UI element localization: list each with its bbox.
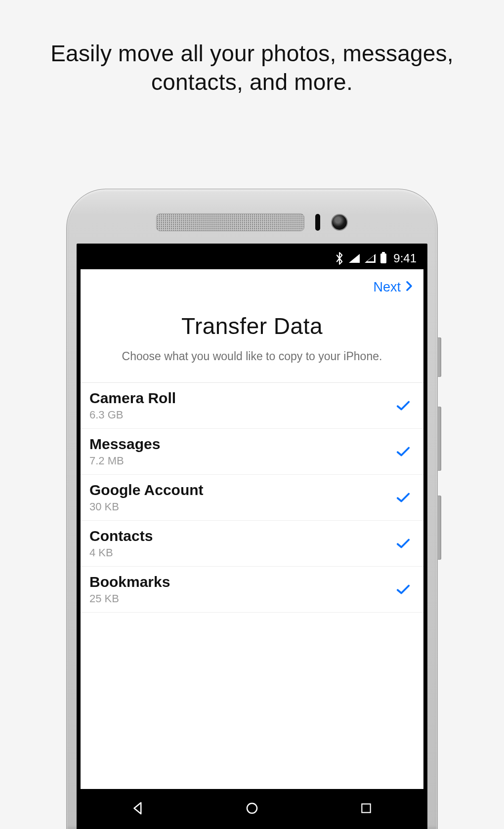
- front-camera-icon: [331, 214, 348, 231]
- check-icon: [396, 492, 411, 503]
- bluetooth-icon: [335, 252, 344, 265]
- chevron-right-icon: [406, 280, 413, 295]
- check-icon: [396, 538, 411, 549]
- svg-rect-1: [362, 804, 371, 812]
- screen: 9:41 Next Transfer Data Choose what you …: [77, 244, 427, 829]
- list-item[interactable]: Google Account 30 KB: [81, 475, 423, 521]
- item-name: Contacts: [89, 528, 153, 544]
- item-name: Google Account: [89, 482, 204, 498]
- top-bar: Next: [81, 269, 423, 305]
- status-bar: 9:41: [81, 248, 423, 269]
- phone-side-button: [437, 407, 441, 471]
- transfer-list: Camera Roll 6.3 GB Messages 7.2 MB: [81, 382, 423, 613]
- app-content: Next Transfer Data Choose what you would…: [81, 269, 423, 789]
- next-button[interactable]: Next: [373, 280, 413, 295]
- phone-earpiece-row: [77, 201, 427, 244]
- phone-side-button: [437, 337, 441, 377]
- check-icon: [396, 400, 411, 412]
- android-nav-bar: [81, 789, 423, 828]
- item-size: 6.3 GB: [89, 409, 176, 421]
- nav-home-button[interactable]: [242, 798, 262, 818]
- list-item[interactable]: Messages 7.2 MB: [81, 429, 423, 475]
- sensor-icon: [315, 214, 320, 231]
- svg-point-0: [247, 803, 257, 813]
- page-title: Transfer Data: [81, 313, 423, 339]
- item-size: 7.2 MB: [89, 455, 160, 467]
- next-label: Next: [373, 280, 401, 295]
- page-subtitle: Choose what you would like to copy to yo…: [81, 339, 423, 382]
- promo-headline: Easily move all your photos, messages, c…: [0, 0, 504, 96]
- item-name: Messages: [89, 436, 160, 453]
- nav-back-button[interactable]: [128, 798, 148, 818]
- item-size: 30 KB: [89, 500, 204, 513]
- item-size: 25 KB: [89, 592, 170, 605]
- phone-mock: 9:41 Next Transfer Data Choose what you …: [66, 189, 438, 829]
- cellular-icon: [365, 254, 376, 263]
- nav-recents-button[interactable]: [356, 798, 376, 818]
- wifi-icon: [349, 254, 360, 263]
- status-time: 9:41: [393, 251, 417, 265]
- item-name: Camera Roll: [89, 390, 176, 407]
- item-size: 4 KB: [89, 546, 153, 559]
- list-item[interactable]: Bookmarks 25 KB: [81, 567, 423, 613]
- check-icon: [396, 446, 411, 457]
- list-item[interactable]: Camera Roll 6.3 GB: [81, 383, 423, 429]
- phone-body: 9:41 Next Transfer Data Choose what you …: [66, 189, 438, 829]
- battery-icon: [380, 253, 386, 263]
- speaker-grille-icon: [156, 213, 304, 231]
- list-item[interactable]: Contacts 4 KB: [81, 521, 423, 567]
- check-icon: [396, 583, 411, 595]
- item-name: Bookmarks: [89, 574, 170, 590]
- phone-side-button: [437, 496, 441, 560]
